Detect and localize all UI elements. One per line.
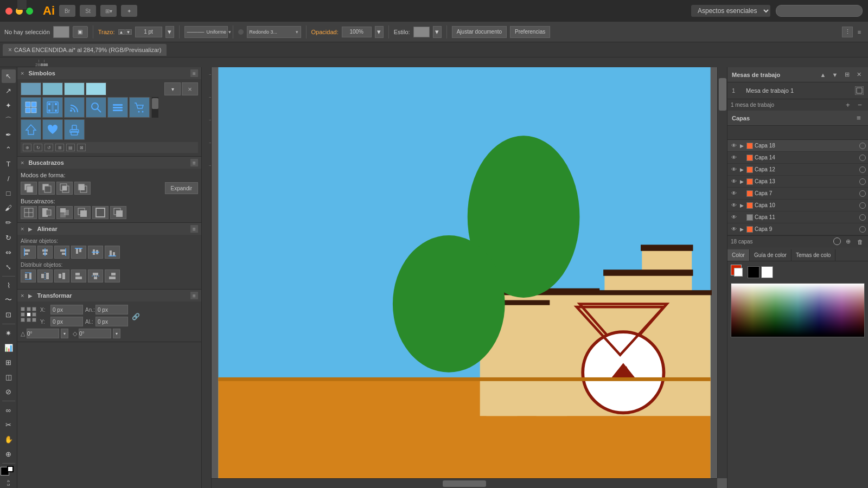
sim-bottom-btn5[interactable]: ▤ bbox=[66, 144, 75, 151]
buscatrazos-close[interactable]: × bbox=[21, 159, 24, 166]
sim-icon-menu[interactable] bbox=[107, 97, 128, 118]
scrollbar-v-thumb[interactable] bbox=[719, 78, 726, 111]
scrollbar-vertical[interactable] bbox=[717, 67, 727, 478]
workspace-icon[interactable]: ⊞▾ bbox=[100, 5, 117, 17]
minus-front-btn[interactable] bbox=[39, 182, 55, 195]
sim-thumb-3[interactable] bbox=[64, 82, 85, 95]
symbol-sprayer-tool[interactable]: ✷ bbox=[2, 326, 16, 340]
sim-bottom-btn4[interactable]: ⊞ bbox=[55, 144, 64, 151]
mesh-tool[interactable]: ⊞ bbox=[2, 356, 16, 369]
y-input[interactable] bbox=[50, 317, 83, 326]
color-tab-guia[interactable]: Guía de color bbox=[750, 249, 792, 261]
outline-btn[interactable] bbox=[92, 206, 108, 219]
rotate-tool[interactable]: ↻ bbox=[2, 231, 16, 245]
expandir-btn[interactable]: Expandir bbox=[165, 182, 198, 194]
round-selector[interactable]: Redondo 3... ▾ bbox=[247, 26, 301, 38]
magic-icon[interactable]: ✦ bbox=[121, 5, 137, 17]
pen-tool[interactable]: ✒ bbox=[2, 128, 16, 142]
sim-icon-film[interactable] bbox=[42, 97, 63, 118]
capa-12-eye[interactable]: 👁 bbox=[730, 165, 738, 174]
sim-icon-rss[interactable] bbox=[64, 97, 85, 118]
sim-icon-house[interactable] bbox=[21, 119, 41, 140]
simbolos-close-btn[interactable]: × bbox=[182, 82, 198, 95]
simbolos-dropdown-btn[interactable]: ▾ bbox=[164, 82, 181, 95]
transformar-close[interactable]: × bbox=[21, 292, 24, 299]
origin-tl[interactable] bbox=[21, 307, 25, 311]
zoom-tool[interactable]: ⊕ bbox=[2, 447, 16, 461]
exclude-btn[interactable] bbox=[74, 182, 91, 195]
ajustar-doc-btn[interactable]: Ajustar documento bbox=[452, 26, 507, 38]
origin-tc[interactable] bbox=[27, 307, 31, 311]
capas-del-layer-btn[interactable]: 🗑 bbox=[855, 237, 865, 246]
estilo-swatch[interactable] bbox=[413, 27, 430, 37]
scrollbar-h-thumb[interactable] bbox=[443, 480, 486, 487]
transformar-header[interactable]: × ▶ Transformar ≡ bbox=[17, 290, 201, 301]
sim-bottom-btn3[interactable]: ↺ bbox=[44, 144, 53, 151]
gradient-tool[interactable]: ◫ bbox=[2, 370, 16, 384]
sim-icon-cart[interactable] bbox=[129, 97, 150, 118]
capa-item-11[interactable]: 👁 Capa 11 bbox=[727, 211, 868, 223]
panel-close-x-simbolos[interactable]: × bbox=[21, 70, 24, 76]
color-tab-color[interactable]: Color bbox=[727, 249, 750, 261]
sim-thumb-2[interactable] bbox=[42, 82, 63, 95]
simbolos-panel-header[interactable]: × Símbolos ≡ bbox=[17, 67, 201, 79]
fill-color-swatch[interactable] bbox=[53, 26, 69, 38]
align-top-btn[interactable] bbox=[71, 246, 86, 259]
aspects-dropdown[interactable]: Aspectos esenciales bbox=[691, 5, 770, 17]
capa-item-18[interactable]: 👁 ▶ Capa 18 bbox=[727, 140, 868, 152]
origin-mr[interactable] bbox=[32, 312, 36, 317]
transformar-menu[interactable]: ≡ bbox=[190, 292, 198, 299]
direct-select-tool[interactable]: ↗ bbox=[2, 84, 16, 98]
arrange-icon[interactable]: ⋮ bbox=[842, 27, 853, 37]
magic-wand-tool[interactable]: ✦ bbox=[2, 99, 16, 112]
crop-btn[interactable] bbox=[74, 206, 91, 219]
white-swatch[interactable] bbox=[761, 266, 773, 278]
warp-tool[interactable]: 〜 bbox=[2, 293, 16, 307]
free-transform-tool[interactable]: ⊡ bbox=[2, 308, 16, 322]
divide-btn[interactable] bbox=[21, 206, 37, 219]
sim-icon-heart[interactable] bbox=[42, 119, 63, 140]
tab-close-icon[interactable]: × bbox=[8, 46, 12, 54]
capa-item-7[interactable]: 👁 Capa 7 bbox=[727, 188, 868, 200]
capa-10-arrow[interactable]: ▶ bbox=[738, 202, 745, 209]
align-left-btn[interactable] bbox=[21, 246, 36, 259]
black-swatch[interactable] bbox=[748, 266, 760, 278]
merge-btn[interactable] bbox=[56, 206, 73, 219]
dist-right-btn[interactable] bbox=[105, 269, 120, 282]
trazo-down[interactable]: ▼ bbox=[125, 29, 132, 35]
origin-bc[interactable] bbox=[27, 318, 31, 322]
capa-13-eye[interactable]: 👁 bbox=[730, 177, 738, 186]
dist-top-btn[interactable] bbox=[21, 269, 36, 282]
sim-icon-printer[interactable] bbox=[64, 119, 85, 140]
capa-14-eye[interactable]: 👁 bbox=[730, 153, 738, 162]
capa-10-eye[interactable]: 👁 bbox=[730, 201, 738, 210]
capas-new-layer-btn[interactable]: ⊕ bbox=[843, 237, 853, 246]
opacidad-input[interactable] bbox=[342, 27, 372, 37]
scale-tool[interactable]: ⤡ bbox=[2, 260, 16, 274]
rect-tool[interactable]: □ bbox=[2, 187, 16, 200]
sim-icon-search[interactable] bbox=[86, 97, 106, 118]
origin-tr[interactable] bbox=[32, 307, 36, 311]
angle1-input[interactable] bbox=[27, 329, 59, 338]
mesas-add-btn[interactable]: + bbox=[843, 101, 853, 110]
sim-bottom-btn1[interactable]: ⊕ bbox=[23, 144, 31, 151]
trazo-dropdown[interactable]: ▾ bbox=[165, 26, 174, 38]
text-tool[interactable]: T bbox=[2, 157, 16, 171]
scissors-tool[interactable]: ✂ bbox=[2, 418, 16, 432]
trazo-up[interactable]: ▲ bbox=[118, 29, 125, 35]
simbolos-scrollbar[interactable] bbox=[151, 97, 158, 118]
angle2-input[interactable] bbox=[79, 329, 111, 338]
align-right-btn[interactable] bbox=[54, 246, 69, 259]
sim-icon-grid[interactable] bbox=[21, 97, 41, 118]
blend-tool[interactable]: ∞ bbox=[2, 403, 16, 417]
sim-thumb-1[interactable] bbox=[21, 82, 41, 95]
line-tool[interactable]: / bbox=[2, 172, 16, 185]
stroke-toggle[interactable]: ▣ bbox=[73, 26, 88, 38]
capa-13-arrow[interactable]: ▶ bbox=[738, 178, 745, 185]
intersect-btn[interactable] bbox=[56, 182, 73, 195]
canvas-area[interactable]: − − − − − bbox=[202, 67, 727, 488]
capa-item-13[interactable]: 👁 ▶ Capa 13 bbox=[727, 176, 868, 188]
mesas-del-btn[interactable]: − bbox=[855, 101, 865, 110]
close-button[interactable] bbox=[5, 8, 12, 15]
lasso-tool[interactable]: ⌒ bbox=[2, 113, 16, 127]
